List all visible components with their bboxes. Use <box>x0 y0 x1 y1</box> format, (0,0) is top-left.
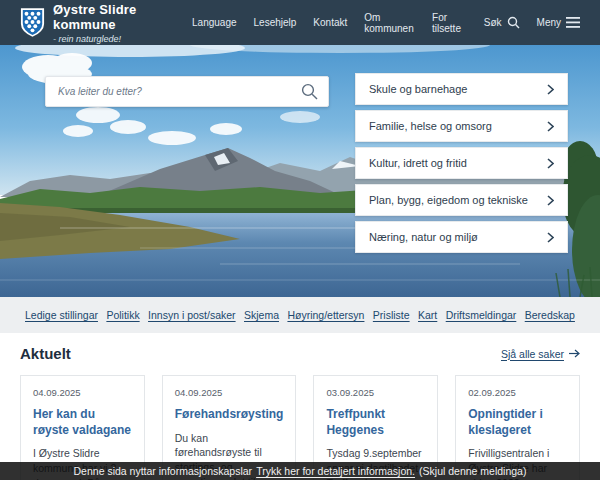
menu-card-label: Næring, natur og miljø <box>369 231 478 243</box>
chevron-right-icon <box>547 121 554 132</box>
quick-links-bar: Ledige stillingar Politikk Innsyn i post… <box>0 297 600 333</box>
nav-sok[interactable]: Søk <box>484 16 520 29</box>
site-title: Øystre Slidre kommune <box>53 2 192 32</box>
site-header: Øystre Slidre kommune - rein naturglede!… <box>0 0 600 45</box>
search-input[interactable] <box>46 77 291 106</box>
menu-card-label: Plan, bygg, eigedom og tekniske <box>369 194 528 206</box>
nav-kontakt[interactable]: Kontakt <box>313 17 347 28</box>
quick-link-hoyring-ettersyn[interactable]: Høyring/ettersyn <box>287 309 364 321</box>
menu-card-naering-natur-miljo[interactable]: Næring, natur og miljø <box>355 221 568 253</box>
news-heading: Aktuelt <box>20 345 71 362</box>
chevron-right-icon <box>547 84 554 95</box>
page: Øystre Slidre kommune - rein naturglede!… <box>0 0 600 480</box>
news-date: 03.09.2025 <box>326 387 425 398</box>
news-date: 02.09.2025 <box>468 387 567 398</box>
search-icon <box>507 16 520 29</box>
chevron-right-icon <box>547 158 554 169</box>
cookie-text: Denne sida nyttar informasjonskapslar <box>74 465 253 477</box>
see-all-label: Sjå alle saker <box>501 348 564 360</box>
search-icon <box>301 83 318 100</box>
quick-link-skjema[interactable]: Skjema <box>244 309 279 321</box>
brand-text: Øystre Slidre kommune - rein naturglede! <box>53 2 192 44</box>
news-title-link[interactable]: Her kan du røyste valdagane <box>33 407 132 438</box>
nav-lesehjelp[interactable]: Lesehjelp <box>254 17 297 28</box>
nav-for-tilsette[interactable]: For tilsette <box>432 12 467 34</box>
cookie-banner: Denne sida nyttar informasjonskapslar Tr… <box>0 462 600 480</box>
quick-link-kart[interactable]: Kart <box>418 309 437 321</box>
quick-link-innsyn-i-post-saker[interactable]: Innsyn i post/saker <box>148 309 236 321</box>
arrow-right-icon <box>569 349 580 358</box>
news-title-link[interactable]: Opningtider i kleslageret <box>468 407 567 438</box>
quick-link-prisliste[interactable]: Prisliste <box>373 309 410 321</box>
nav-sok-label: Søk <box>484 17 502 28</box>
menu-card-skule-og-barnehage[interactable]: Skule og barnehage <box>355 73 568 105</box>
news-date: 04.09.2025 <box>175 387 284 398</box>
hero-search <box>45 76 329 107</box>
search-submit-button[interactable] <box>291 83 328 100</box>
news-section: Aktuelt Sjå alle saker 04.09.2025 Her ka… <box>0 333 600 480</box>
quick-link-ledige-stillingar[interactable]: Ledige stillingar <box>25 309 98 321</box>
quick-link-driftsmeldingar[interactable]: Driftsmeldingar <box>446 309 517 321</box>
chevron-right-icon <box>547 232 554 243</box>
nav-language[interactable]: Language <box>192 17 237 28</box>
menu-card-label: Familie, helse og omsorg <box>369 120 492 132</box>
cookie-info-link[interactable]: Trykk her for detaljert informasjon. <box>256 465 415 477</box>
nav-om-kommunen[interactable]: Om kommunen <box>364 12 415 34</box>
menu-card-plan-bygg-eigedom[interactable]: Plan, bygg, eigedom og tekniske <box>355 184 568 216</box>
menu-card-kultur-idrett-fritid[interactable]: Kultur, idrett og fritid <box>355 147 568 179</box>
news-date: 04.09.2025 <box>33 387 132 398</box>
news-header: Aktuelt Sjå alle saker <box>20 345 580 362</box>
menu-card-label: Skule og barnehage <box>369 83 467 95</box>
cookie-dismiss-link[interactable]: (Skjul denne meldinga) <box>419 465 526 477</box>
nav-meny-label: Meny <box>537 17 561 28</box>
site-tagline: - rein naturglede! <box>53 34 192 44</box>
menu-icon <box>566 17 580 28</box>
top-nav: Language Lesehjelp Kontakt Om kommunen F… <box>192 12 580 34</box>
news-title-link[interactable]: Treffpunkt Heggenes <box>326 407 425 438</box>
hero-menu-cards: Skule og barnehage Familie, helse og oms… <box>355 73 568 258</box>
quick-link-politikk[interactable]: Politikk <box>106 309 139 321</box>
menu-card-familie-helse-omsorg[interactable]: Familie, helse og omsorg <box>355 110 568 142</box>
hero-section: Skule og barnehage Familie, helse og oms… <box>0 45 600 297</box>
see-all-news-link[interactable]: Sjå alle saker <box>501 348 580 360</box>
quick-link-beredskap[interactable]: Beredskap <box>525 309 575 321</box>
municipality-crest-icon <box>20 6 45 39</box>
chevron-right-icon <box>547 195 554 206</box>
menu-card-label: Kultur, idrett og fritid <box>369 157 467 169</box>
site-brand-link[interactable]: Øystre Slidre kommune - rein naturglede! <box>20 2 192 44</box>
nav-meny[interactable]: Meny <box>537 17 580 28</box>
news-title-link[interactable]: Førehandsrøysting <box>175 407 284 423</box>
